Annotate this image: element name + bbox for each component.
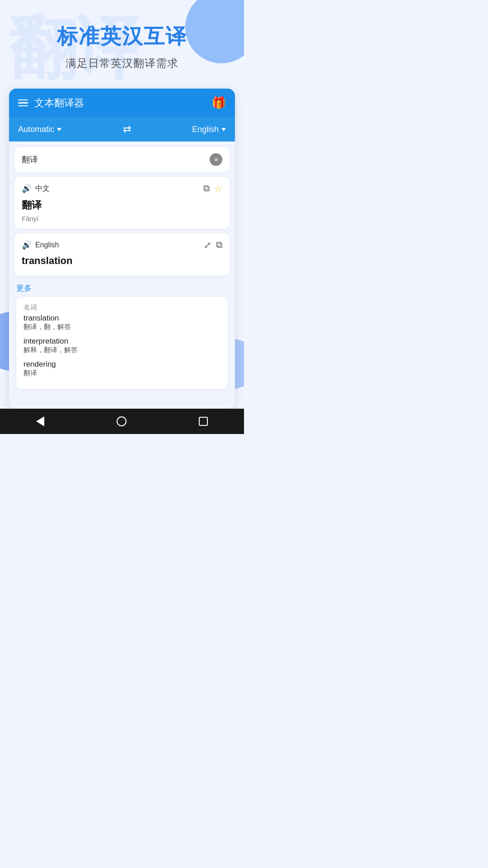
english-result-header: 🔊 English ⤢ ⧉: [22, 240, 222, 250]
hero-title: 标准英汉互译: [14, 23, 230, 51]
source-lang-label: Automatic: [18, 125, 54, 134]
chinese-star-icon[interactable]: ☆: [214, 183, 222, 194]
english-lang-label: English: [35, 241, 59, 249]
chinese-result-header: 🔊 中文 ⧉ ☆: [22, 183, 222, 194]
dict-entry-0: translation 翻译，翻，解答: [23, 314, 221, 331]
source-lang-arrow: [57, 128, 61, 131]
app-card: 文本翻译器 🎁 Automatic ⇄ English 翻译: [9, 89, 235, 409]
dict-entry-2: rendering 翻译: [23, 360, 221, 377]
dict-meaning-2: 翻译: [23, 369, 221, 377]
source-lang-button[interactable]: Automatic: [18, 125, 61, 134]
chinese-lang-label: 中文: [35, 184, 50, 193]
dict-entry-1: interpretation 解释，翻译，解答: [23, 337, 221, 354]
bottom-nav: [0, 409, 244, 434]
target-lang-button[interactable]: English: [192, 125, 226, 134]
dict-meaning-1: 解释，翻译，解答: [23, 346, 221, 354]
hero-section: 标准英汉互译 满足日常英汉翻译需求: [0, 0, 244, 84]
chinese-copy-icon[interactable]: ⧉: [203, 183, 210, 194]
nav-back-button[interactable]: [36, 416, 44, 426]
english-lang-row: 🔊 English: [22, 240, 59, 250]
english-result-text: translation: [22, 255, 222, 267]
chinese-speaker-icon[interactable]: 🔊: [22, 184, 32, 193]
more-section: 更多 名词 translation 翻译，翻，解答 interpretation…: [14, 280, 230, 389]
english-copy-icon[interactable]: ⧉: [216, 240, 222, 250]
english-result-card: 🔊 English ⤢ ⧉ translation: [14, 233, 230, 276]
more-label: 更多: [16, 283, 228, 293]
nav-recent-button[interactable]: [199, 417, 208, 426]
english-speaker-icon[interactable]: 🔊: [22, 240, 32, 250]
dict-word-1: interpretation: [23, 337, 221, 346]
target-lang-label: English: [192, 125, 219, 134]
target-lang-arrow: [221, 128, 226, 131]
main-content: 翻译 🔊 中文 ⧉ ☆ 翻译 Fānyì: [9, 142, 235, 409]
english-share-icon[interactable]: ⤢: [204, 240, 211, 250]
toolbar-left: 文本翻译器: [18, 96, 84, 110]
english-card-actions: ⤢ ⧉: [204, 240, 222, 250]
content-wrapper: 标准英汉互译 满足日常英汉翻译需求 文本翻译器 🎁 Automatic ⇄ En…: [0, 0, 244, 434]
swap-icon[interactable]: ⇄: [123, 123, 131, 135]
chinese-phonetic: Fānyì: [22, 215, 222, 222]
clear-button[interactable]: [210, 153, 222, 166]
more-card: 名词 translation 翻译，翻，解答 interpretation 解释…: [16, 297, 228, 389]
app-toolbar: 文本翻译器 🎁: [9, 89, 235, 117]
dict-word-0: translation: [23, 314, 221, 323]
dict-meaning-0: 翻译，翻，解答: [23, 323, 221, 331]
chinese-result-card: 🔊 中文 ⧉ ☆ 翻译 Fānyì: [14, 177, 230, 229]
lang-selector: Automatic ⇄ English: [9, 117, 235, 142]
chinese-result-text: 翻译: [22, 198, 222, 212]
nav-home-button[interactable]: [117, 416, 127, 426]
hero-subtitle: 满足日常英汉翻译需求: [14, 56, 230, 71]
toolbar-title: 文本翻译器: [34, 96, 84, 110]
hamburger-icon[interactable]: [18, 99, 28, 107]
pos-label: 名词: [23, 303, 221, 312]
input-card: 翻译: [14, 147, 230, 172]
gift-icon[interactable]: 🎁: [211, 96, 226, 110]
input-text[interactable]: 翻译: [22, 154, 210, 165]
chinese-lang-row: 🔊 中文: [22, 184, 50, 193]
chinese-card-actions: ⧉ ☆: [203, 183, 222, 194]
dict-word-2: rendering: [23, 360, 221, 369]
